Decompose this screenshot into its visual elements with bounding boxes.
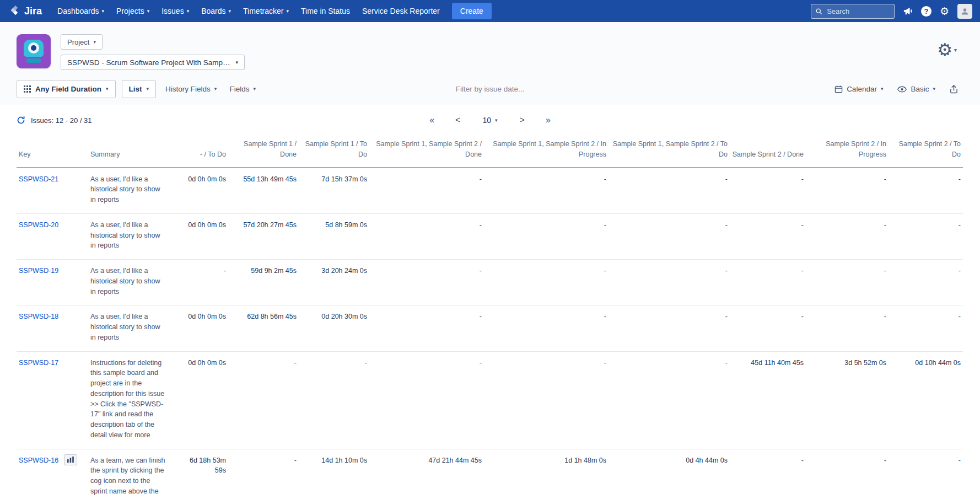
nav-menu: Dashboards▾Projects▾Issues▾Boards▾Timetr…	[52, 3, 445, 19]
duration-cell: -	[484, 260, 609, 305]
nav-item-service-desk-reporter[interactable]: Service Desk Reporter	[357, 3, 445, 19]
nav-item-timetracker[interactable]: Timetracker▾	[238, 3, 294, 19]
duration-cell: 0d 0h 0m 0s	[182, 305, 228, 351]
duration-cell: 6d 18h 53m 59s	[182, 449, 228, 499]
project-select-dropdown[interactable]: SSPWSD - Scrum Software Project With Sam…	[61, 55, 245, 70]
person-icon	[961, 7, 969, 16]
calendar-dropdown[interactable]: Calendar ▾	[831, 82, 886, 96]
duration-cell: -	[228, 449, 299, 499]
export-button[interactable]	[946, 81, 961, 97]
duration-cell: -	[609, 260, 730, 305]
table-header-row: KeySummary- / To DoSample Sprint 1 / Don…	[17, 136, 963, 168]
chevron-down-icon: ▾	[954, 47, 957, 53]
duration-cell: -	[730, 260, 806, 305]
issue-key-link[interactable]: SSPWSD-17	[19, 358, 58, 368]
issue-summary: As a user, I'd like a historical story t…	[88, 213, 182, 259]
chevron-down-icon: ▾	[235, 60, 238, 65]
issue-key-link[interactable]: SSPWSD-18	[19, 312, 58, 322]
duration-cell: -	[369, 305, 484, 351]
issue-key-link[interactable]: SSPWSD-20	[19, 220, 58, 230]
jira-logo-icon	[10, 6, 21, 17]
chevron-down-icon: ▾	[495, 118, 498, 123]
search-input[interactable]	[826, 7, 890, 16]
issues-table: KeySummary- / To DoSample Sprint 1 / Don…	[17, 136, 963, 499]
issue-summary: As a user, I'd like a historical story t…	[88, 168, 182, 214]
duration-cell: -	[806, 168, 889, 214]
pagination-last-button[interactable]: »	[543, 114, 553, 126]
search-icon	[816, 8, 822, 15]
nav-item-time-in-status[interactable]: Time in Status	[295, 3, 356, 19]
duration-cell: -	[730, 449, 806, 499]
duration-cell: -	[484, 305, 609, 351]
eye-icon	[897, 86, 907, 93]
pagination: « < 10 ▾ > »	[427, 114, 553, 126]
chevron-down-icon: ▾	[147, 9, 150, 14]
duration-cell: -	[369, 351, 484, 449]
nav-item-dashboards[interactable]: Dashboards▾	[52, 3, 110, 19]
field-duration-dropdown[interactable]: Any Field Duration ▾	[17, 80, 116, 98]
column-header: Sample Sprint 2 / In Progress	[806, 136, 889, 168]
nav-item-projects[interactable]: Projects▾	[111, 3, 155, 19]
issue-key-cell: SSPWSD-18	[17, 305, 88, 351]
duration-cell: 62d 8h 56m 45s	[228, 305, 299, 351]
create-button[interactable]: Create	[452, 3, 492, 19]
chevron-down-icon: ▾	[881, 87, 884, 92]
refresh-icon[interactable]	[17, 116, 25, 125]
report-settings-gear[interactable]: ⚙ ▾	[934, 41, 960, 59]
chevron-down-icon: ▾	[933, 87, 935, 92]
issue-key-cell: SSPWSD-21	[17, 168, 88, 214]
nav-search[interactable]	[811, 4, 895, 19]
duration-cell: -	[484, 351, 609, 449]
project-header: Project ▾ SSPWSD - Scrum Software Projec…	[0, 22, 980, 76]
gear-icon: ⚙	[937, 41, 952, 58]
history-fields-dropdown[interactable]: History Fields ▾	[162, 82, 220, 96]
view-mode-dropdown[interactable]: List ▾	[122, 80, 157, 98]
help-icon[interactable]: ?	[921, 6, 931, 17]
issue-key-cell: SSPWSD-20	[17, 213, 88, 259]
column-header: - / To Do	[182, 136, 228, 168]
pagination-prev-button[interactable]: <	[453, 114, 462, 126]
nav-item-issues[interactable]: Issues▾	[156, 3, 195, 19]
page-size-dropdown[interactable]: 10 ▾	[479, 115, 500, 125]
user-avatar[interactable]	[957, 4, 972, 19]
duration-cell: 14d 1h 10m 0s	[299, 449, 369, 499]
export-icon	[950, 84, 958, 94]
duration-cell: -	[609, 168, 730, 214]
chevron-down-icon: ▾	[106, 87, 109, 92]
table-row: SSPWSD-18As a user, I'd like a historica…	[17, 305, 963, 351]
scope-type-dropdown[interactable]: Project ▾	[61, 34, 103, 50]
chevron-down-icon: ▾	[286, 9, 289, 14]
pagination-next-button[interactable]: >	[518, 114, 527, 126]
duration-cell: 1d 1h 48m 0s	[484, 449, 609, 499]
duration-cell: -	[889, 168, 963, 214]
nav-item-boards[interactable]: Boards▾	[196, 3, 236, 19]
column-header: Summary	[88, 136, 182, 168]
jira-logo[interactable]: Jira	[10, 6, 42, 17]
issue-key-link[interactable]: SSPWSD-16	[19, 455, 58, 466]
duration-cell: 45d 11h 40m 45s	[730, 351, 806, 449]
brand-name: Jira	[24, 6, 42, 17]
duration-cell: -	[484, 168, 609, 214]
duration-cell: -	[806, 213, 889, 259]
announcements-icon[interactable]	[903, 7, 913, 15]
pagination-first-button[interactable]: «	[427, 114, 437, 126]
display-mode-dropdown[interactable]: Basic ▾	[894, 82, 939, 96]
chart-icon[interactable]	[64, 454, 77, 465]
duration-cell: -	[609, 213, 730, 259]
fields-dropdown[interactable]: Fields ▾	[226, 82, 259, 96]
chevron-down-icon: ▾	[253, 87, 256, 92]
issue-key-cell: SSPWSD-16	[17, 449, 88, 499]
issue-key-link[interactable]: SSPWSD-19	[19, 266, 58, 276]
duration-cell: 0d 10h 44m 0s	[889, 351, 963, 449]
issue-key-link[interactable]: SSPWSD-21	[19, 174, 58, 185]
chevron-down-icon: ▾	[187, 9, 190, 14]
duration-cell: -	[369, 260, 484, 305]
issue-date-filter-input[interactable]	[407, 84, 573, 94]
duration-cell: 5d 8h 59m 0s	[299, 213, 369, 259]
settings-icon[interactable]: ⚙	[940, 6, 949, 17]
issue-key-cell: SSPWSD-19	[17, 260, 88, 305]
duration-cell: -	[484, 213, 609, 259]
duration-cell: 59d 9h 2m 45s	[228, 260, 299, 305]
issue-summary: Instructions for deleting this sample bo…	[88, 351, 182, 449]
project-avatar[interactable]	[17, 34, 51, 68]
